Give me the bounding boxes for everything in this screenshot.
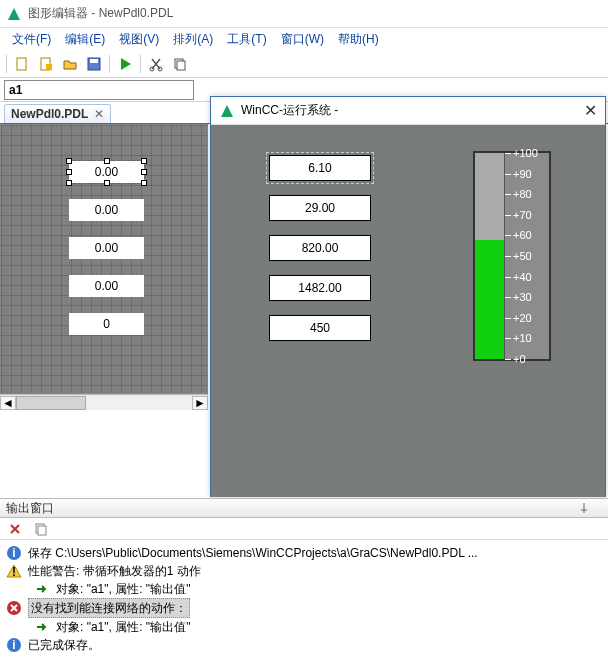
- runtime-title: WinCC-运行系统 -: [241, 102, 338, 119]
- open-button[interactable]: [59, 53, 81, 75]
- output-row[interactable]: 没有找到能连接网络的动作：: [6, 598, 602, 618]
- new-button[interactable]: [11, 53, 33, 75]
- output-text: 对象: "a1", 属性: "输出值": [56, 618, 190, 636]
- meter-tick-label: +40: [513, 271, 532, 283]
- new2-button[interactable]: [35, 53, 57, 75]
- title-bar: 图形编辑器 - NewPdl0.PDL: [0, 0, 608, 28]
- meter-tick-label: +30: [513, 291, 532, 303]
- editor-pane: 0.00 0.00 0.00 0.00 0: [0, 124, 208, 394]
- menu-arrange[interactable]: 排列(A): [167, 29, 219, 50]
- work-area: 0.00 0.00 0.00 0.00 0 ◄ ► WinCC-运行系统 - ✕…: [0, 124, 608, 412]
- svg-text:i: i: [12, 638, 15, 652]
- scroll-left-icon[interactable]: ◄: [0, 396, 16, 410]
- io-field-4[interactable]: 0.00: [69, 275, 144, 297]
- output-row[interactable]: 对象: "a1", 属性: "输出值": [6, 580, 602, 598]
- output-toolbar: [0, 518, 608, 540]
- meter-tick-label: +20: [513, 312, 532, 324]
- rt-field-5[interactable]: 450: [269, 315, 371, 341]
- output-text: 保存 C:\Users\Public\Documents\Siemens\Win…: [28, 544, 478, 562]
- output-text: 没有找到能连接网络的动作：: [28, 598, 190, 618]
- svg-rect-10: [38, 526, 46, 535]
- meter-tick-label: +90: [513, 168, 532, 180]
- output-row[interactable]: !性能警告: 带循环触发器的1 动作: [6, 562, 602, 580]
- run-button[interactable]: [114, 53, 136, 75]
- svg-text:!: !: [12, 565, 16, 579]
- meter-tick-label: +0: [513, 353, 526, 365]
- svg-rect-4: [90, 59, 98, 63]
- menu-file[interactable]: 文件(F): [6, 29, 57, 50]
- tab-label: NewPdl0.PDL: [11, 107, 88, 121]
- output-text: 已完成保存。: [28, 636, 100, 654]
- err-icon: [6, 600, 22, 616]
- info-icon: i: [6, 545, 22, 561]
- meter-tick-label: +80: [513, 188, 532, 200]
- runtime-body: 6.10 29.00 820.00 1482.00 450 +100+90+80…: [211, 125, 605, 497]
- bar-meter-bar: [475, 153, 505, 359]
- io-field-3[interactable]: 0.00: [69, 237, 144, 259]
- info-icon: i: [6, 637, 22, 653]
- menu-help[interactable]: 帮助(H): [332, 29, 385, 50]
- arrow-icon: [34, 619, 50, 635]
- document-tab[interactable]: NewPdl0.PDL ✕: [4, 104, 111, 123]
- svg-text:i: i: [12, 546, 15, 560]
- menu-edit[interactable]: 编辑(E): [59, 29, 111, 50]
- clear-button[interactable]: [4, 518, 26, 540]
- runtime-titlebar[interactable]: WinCC-运行系统 - ✕: [211, 97, 605, 125]
- scroll-right-icon[interactable]: ►: [192, 396, 208, 410]
- rt-field-4[interactable]: 1482.00: [269, 275, 371, 301]
- bar-meter-scale: +100+90+80+70+60+50+40+30+20+10+0: [505, 153, 549, 359]
- editor-h-scrollbar[interactable]: ◄ ►: [0, 394, 208, 410]
- output-text: 对象: "a1", 属性: "输出值": [56, 580, 190, 598]
- bar-meter-fill: [475, 240, 504, 359]
- tab-close-icon[interactable]: ✕: [94, 107, 104, 121]
- meter-tick-label: +70: [513, 209, 532, 221]
- runtime-window: WinCC-运行系统 - ✕ 6.10 29.00 820.00 1482.00…: [210, 96, 606, 497]
- output-row[interactable]: i已完成保存。: [6, 636, 602, 654]
- output-window[interactable]: i保存 C:\Users\Public\Documents\Siemens\Wi…: [0, 540, 608, 668]
- copy-button[interactable]: [169, 53, 191, 75]
- meter-tick-label: +100: [513, 147, 538, 159]
- menu-view[interactable]: 视图(V): [113, 29, 165, 50]
- app-title: 图形编辑器 - NewPdl0.PDL: [28, 5, 173, 22]
- meter-tick-label: +10: [513, 332, 532, 344]
- cut-button[interactable]: [145, 53, 167, 75]
- output-header: 输出窗口: [0, 498, 608, 518]
- rt-field-2[interactable]: 29.00: [269, 195, 371, 221]
- io-field-5[interactable]: 0: [69, 313, 144, 335]
- svg-rect-0: [17, 58, 26, 70]
- output-header-label: 输出窗口: [6, 500, 54, 517]
- runtime-close-icon[interactable]: ✕: [584, 101, 597, 120]
- output-row[interactable]: 对象: "a1", 属性: "输出值": [6, 618, 602, 636]
- object-name-input[interactable]: [4, 80, 194, 100]
- meter-tick-label: +50: [513, 250, 532, 262]
- menu-tools[interactable]: 工具(T): [221, 29, 272, 50]
- rt-field-1[interactable]: 6.10: [269, 155, 371, 181]
- rt-field-3[interactable]: 820.00: [269, 235, 371, 261]
- output-row[interactable]: i保存 C:\Users\Public\Documents\Siemens\Wi…: [6, 544, 602, 562]
- app-icon: [6, 6, 22, 22]
- copy-output-button[interactable]: [30, 518, 52, 540]
- menu-window[interactable]: 窗口(W): [275, 29, 330, 50]
- save-button[interactable]: [83, 53, 105, 75]
- pin-icon[interactable]: [578, 502, 590, 514]
- output-text: 性能警告: 带循环触发器的1 动作: [28, 562, 201, 580]
- scroll-thumb[interactable]: [16, 396, 86, 410]
- bar-meter: +100+90+80+70+60+50+40+30+20+10+0: [473, 151, 551, 361]
- meter-tick-label: +60: [513, 229, 532, 241]
- runtime-icon: [219, 103, 235, 119]
- toolbar: [0, 50, 608, 78]
- io-field-2[interactable]: 0.00: [69, 199, 144, 221]
- svg-rect-2: [46, 64, 52, 70]
- svg-rect-8: [177, 61, 185, 70]
- editor-canvas[interactable]: 0.00 0.00 0.00 0.00 0: [1, 125, 207, 393]
- warn-icon: !: [6, 563, 22, 579]
- arrow-icon: [34, 581, 50, 597]
- io-field-1[interactable]: 0.00: [69, 161, 144, 183]
- menu-bar: 文件(F) 编辑(E) 视图(V) 排列(A) 工具(T) 窗口(W) 帮助(H…: [0, 28, 608, 50]
